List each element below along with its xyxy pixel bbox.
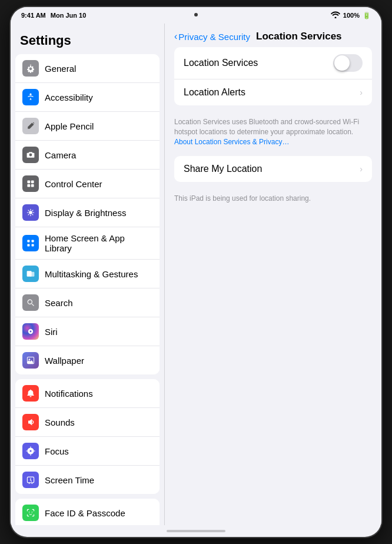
sidebar-item-control-center[interactable]: Control Center: [15, 170, 160, 198]
siri-label: Siri: [45, 327, 152, 337]
sidebar-item-siri[interactable]: Siri: [15, 317, 160, 346]
share-description-section: This iPad is being used for location sha…: [165, 191, 381, 213]
svg-rect-6: [27, 240, 29, 242]
battery-text: 100%: [343, 12, 360, 19]
svg-point-5: [29, 211, 32, 214]
apple-pencil-label: Apple Pencil: [45, 121, 152, 131]
share-description-text: This iPad is being used for location sha…: [174, 194, 372, 204]
multitasking-icon: [22, 266, 39, 282]
focus-label: Focus: [45, 446, 152, 456]
svg-rect-3: [27, 184, 30, 187]
svg-rect-8: [27, 244, 29, 247]
sidebar-item-search[interactable]: Search: [15, 288, 160, 317]
toggle-knob: [334, 55, 350, 71]
share-my-location-row[interactable]: Share My Location ›: [174, 156, 372, 182]
about-location-link[interactable]: About Location Services & Privacy…: [174, 138, 289, 146]
main-area: Settings General Accessibility: [11, 24, 381, 525]
wallpaper-icon: [22, 352, 39, 369]
screen-time-icon: [22, 472, 39, 488]
location-alerts-label: Location Alerts: [184, 87, 355, 98]
general-icon: [22, 60, 39, 77]
svg-rect-1: [27, 180, 30, 183]
nav-back-label: Privacy & Security: [178, 32, 250, 42]
share-my-location-label: Share My Location: [184, 164, 355, 174]
screen-time-label: Screen Time: [45, 475, 152, 485]
sidebar-section-3: Face ID & Passcode Privacy & Security: [15, 499, 160, 525]
multitasking-label: Multitasking & Gestures: [45, 269, 152, 279]
description-text: Location Services uses Bluetooth and cro…: [174, 117, 372, 147]
face-id-icon: [22, 505, 39, 521]
home-indicator: [11, 525, 381, 537]
focus-icon: [22, 443, 39, 459]
camera-label: Camera: [45, 150, 152, 160]
nav-title: Location Services: [256, 31, 342, 42]
accessibility-icon: [22, 89, 39, 105]
sidebar-section-2: Notifications Sounds Focus: [15, 379, 160, 494]
sidebar-item-sounds[interactable]: Sounds: [15, 408, 160, 437]
home-screen-icon: [22, 235, 39, 251]
status-bar-right: 100% 🔋: [331, 11, 371, 19]
sidebar-item-display-brightness[interactable]: Display & Brightness: [15, 198, 160, 227]
nav-back-chevron: ‹: [174, 31, 177, 42]
notifications-icon: [22, 385, 39, 402]
status-bar-left: 9:41 AM Mon Jun 10: [21, 12, 86, 19]
location-services-toggle[interactable]: [333, 54, 363, 72]
location-services-section: Location Services Location Alerts ›: [174, 47, 372, 105]
location-services-row[interactable]: Location Services: [174, 47, 372, 79]
search-label: Search: [45, 298, 152, 308]
siri-icon: [22, 323, 39, 340]
detail-panel: ‹ Privacy & Security Location Services L…: [165, 24, 381, 525]
sidebar-item-focus[interactable]: Focus: [15, 437, 160, 466]
sidebar-item-accessibility[interactable]: Accessibility: [15, 83, 160, 112]
sidebar-item-apple-pencil[interactable]: Apple Pencil: [15, 112, 160, 141]
sidebar: Settings General Accessibility: [11, 24, 165, 525]
svg-rect-7: [32, 240, 34, 242]
sidebar-item-face-id[interactable]: Face ID & Passcode: [15, 499, 160, 525]
control-center-label: Control Center: [45, 179, 152, 189]
display-brightness-label: Display & Brightness: [45, 208, 152, 218]
sounds-icon: [22, 414, 39, 430]
wifi-icon: [331, 11, 340, 19]
description-section: Location Services uses Bluetooth and cro…: [165, 115, 381, 156]
control-center-icon: [22, 175, 39, 192]
accessibility-label: Accessibility: [45, 92, 152, 102]
top-camera: [194, 13, 198, 16]
time-display: 9:41 AM: [21, 12, 46, 19]
share-my-location-chevron: ›: [360, 164, 363, 174]
svg-point-0: [29, 94, 31, 95]
sidebar-item-screen-time[interactable]: Screen Time: [15, 466, 160, 494]
svg-rect-2: [31, 180, 34, 183]
nav-back-button[interactable]: ‹ Privacy & Security: [174, 31, 250, 42]
home-bar: [167, 530, 225, 532]
notifications-label: Notifications: [45, 389, 152, 399]
search-icon: [22, 294, 39, 311]
sidebar-item-notifications[interactable]: Notifications: [15, 379, 160, 408]
location-alerts-row[interactable]: Location Alerts ›: [174, 79, 372, 105]
sidebar-item-camera[interactable]: Camera: [15, 141, 160, 170]
wallpaper-label: Wallpaper: [45, 356, 152, 366]
face-id-label: Face ID & Passcode: [45, 508, 152, 518]
location-services-label: Location Services: [184, 58, 333, 68]
sidebar-item-home-screen[interactable]: Home Screen & App Library: [15, 227, 160, 260]
location-alerts-chevron: ›: [360, 88, 363, 97]
camera-icon: [22, 147, 39, 163]
share-location-section: Share My Location ›: [174, 156, 372, 182]
sidebar-item-wallpaper[interactable]: Wallpaper: [15, 346, 160, 374]
sidebar-item-general[interactable]: General: [15, 54, 160, 83]
display-brightness-icon: [22, 204, 39, 221]
sidebar-title: Settings: [11, 24, 164, 54]
nav-bar: ‹ Privacy & Security Location Services: [165, 24, 381, 47]
apple-pencil-icon: [22, 118, 39, 134]
date-display: Mon Jun 10: [51, 12, 87, 19]
sounds-label: Sounds: [45, 417, 152, 427]
svg-point-12: [28, 300, 32, 304]
svg-rect-11: [30, 272, 34, 277]
home-screen-label: Home Screen & App Library: [45, 233, 152, 253]
svg-rect-9: [32, 244, 34, 247]
general-label: General: [45, 64, 152, 74]
ipad-screen: 9:41 AM Mon Jun 10 100% 🔋 Settings: [11, 7, 381, 537]
ipad-frame: 9:41 AM Mon Jun 10 100% 🔋 Settings: [11, 7, 381, 537]
sidebar-item-multitasking[interactable]: Multitasking & Gestures: [15, 260, 160, 288]
svg-point-14: [29, 359, 31, 360]
svg-rect-4: [31, 184, 34, 187]
